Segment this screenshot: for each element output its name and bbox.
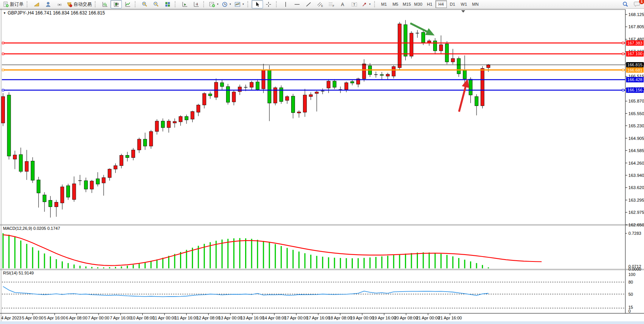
candlestick-series <box>2 20 490 218</box>
toolbar-grip <box>95 1 97 7</box>
crosshair-button[interactable] <box>263 0 274 8</box>
timeframe-d1[interactable]: D1 <box>447 0 458 8</box>
red-up-arrow[interactable] <box>459 81 467 112</box>
crosshair-icon <box>266 2 271 7</box>
svg-text:0: 0 <box>628 309 631 313</box>
auto-trading-button[interactable]: 自动交易 <box>65 0 93 8</box>
chart-shift-icon <box>193 2 199 7</box>
templates-button[interactable]: ▼ <box>233 0 246 8</box>
chart-title-bar[interactable]: ▼GBPJPY-,H4 166.741 166.834 166.632 166.… <box>3 10 105 16</box>
svg-text:0.0000: 0.0000 <box>628 267 641 271</box>
macd-label: MACD(12,26,9) 0.0205 0.1747 <box>3 226 60 231</box>
svg-text:166.681: 166.681 <box>627 68 642 72</box>
notification-badge: 1 <box>639 0 644 4</box>
trendline-tool[interactable] <box>303 0 314 8</box>
main-toolbar: 新订单 自动交易 <box>0 0 644 9</box>
svg-text:12 Apr 08:00: 12 Apr 08:00 <box>196 316 220 320</box>
chart-area[interactable]: 0.72830.07120.0000 1008050150 168.125167… <box>0 0 644 324</box>
timeframe-m30[interactable]: M30 <box>413 0 424 8</box>
text-tool[interactable]: A <box>337 0 349 8</box>
svg-text:167.383: 167.383 <box>627 41 642 45</box>
svg-text:21 Apr 00:00: 21 Apr 00:00 <box>416 316 440 320</box>
chevron-down-icon: ▼ <box>369 3 371 5</box>
ramp-icon <box>34 2 40 7</box>
rsi-pane: 1008050150 <box>2 272 635 313</box>
search-button[interactable] <box>620 0 631 8</box>
tile-windows-icon <box>165 2 171 7</box>
mt4-window: 新订单 自动交易 <box>0 0 644 324</box>
toolbar-grip <box>276 1 279 7</box>
svg-text:11 Apr 16:00: 11 Apr 16:00 <box>175 316 198 320</box>
svg-text:4 Apr 2023: 4 Apr 2023 <box>1 316 21 320</box>
timeframe-mn[interactable]: MN <box>470 0 481 8</box>
svg-text:13 Apr 16:00: 13 Apr 16:00 <box>241 316 264 320</box>
macd-pane: 0.72830.07120.0000 <box>3 231 641 271</box>
line-chart-icon <box>125 2 131 7</box>
clock-icon <box>222 2 228 7</box>
toolbar-grip <box>135 1 137 7</box>
svg-text:17 Apr 00:00: 17 Apr 00:00 <box>284 316 308 320</box>
svg-text:165.550: 165.550 <box>628 111 644 116</box>
zoom-out-button[interactable] <box>150 0 162 8</box>
chart-shift-button[interactable] <box>190 0 202 8</box>
svg-text:0.7283: 0.7283 <box>628 231 641 236</box>
svg-text:165.870: 165.870 <box>628 99 644 103</box>
symbol-dropdown-icon[interactable]: ▼ <box>3 11 6 15</box>
indicators-button[interactable]: ▼ <box>207 0 220 8</box>
candlestick-chart-button[interactable] <box>110 0 122 8</box>
chart-autoscroll-button[interactable] <box>179 0 190 8</box>
fibonacci-tool[interactable]: F <box>326 0 337 8</box>
svg-text:168.125: 168.125 <box>628 12 644 17</box>
add-indicator-icon <box>209 2 215 7</box>
new-order-button[interactable]: 新订单 <box>2 0 25 8</box>
svg-text:164.260: 164.260 <box>628 161 644 165</box>
green-down-arrow[interactable] <box>410 23 432 34</box>
svg-text:11 Apr 00:00: 11 Apr 00:00 <box>153 316 176 320</box>
chart-frame <box>0 9 644 324</box>
svg-text:164.905: 164.905 <box>628 136 644 141</box>
date-axis[interactable]: 4 Apr 20235 Apr 00:005 Apr 16:006 Apr 08… <box>1 313 462 320</box>
cursor-button[interactable] <box>252 0 263 8</box>
zoom-out-icon <box>153 1 159 7</box>
accounts-button[interactable] <box>42 0 54 8</box>
svg-text:20 Apr 08:00: 20 Apr 08:00 <box>394 316 418 320</box>
zoom-in-button[interactable] <box>139 0 150 8</box>
toolbar-grip <box>247 1 250 7</box>
svg-text:162.975: 162.975 <box>628 210 644 215</box>
arrows-tool[interactable]: ▼ <box>360 0 373 8</box>
autoscroll-icon <box>182 2 188 7</box>
bar-chart-icon <box>102 2 108 7</box>
vertical-line-tool[interactable] <box>280 0 292 8</box>
timeframe-h4[interactable]: H4 <box>435 0 447 8</box>
text-label-tool[interactable]: T <box>349 0 360 8</box>
signals-button[interactable] <box>54 0 65 8</box>
toolbar-grip <box>27 1 29 7</box>
periods-button[interactable]: ▼ <box>220 0 233 8</box>
svg-text:T: T <box>353 3 355 6</box>
timeframe-w1[interactable]: W1 <box>458 0 470 8</box>
history-center-button[interactable] <box>31 0 42 8</box>
arrow-shapes-icon <box>362 2 367 7</box>
timeframe-m15[interactable]: M15 <box>401 0 413 8</box>
price-axis[interactable]: 168.125167.805167.480167.160166.840166.5… <box>625 12 644 227</box>
svg-text:163.295: 163.295 <box>628 198 644 202</box>
svg-text:163.940: 163.940 <box>628 173 644 178</box>
timeframe-m5[interactable]: M5 <box>390 0 401 8</box>
cursor-icon <box>255 2 260 7</box>
svg-text:19 Apr 16:00: 19 Apr 16:00 <box>372 316 396 320</box>
tile-windows-button[interactable] <box>162 0 173 8</box>
timeframe-bar: M1M5M15M30H1H4D1W1MN <box>378 0 481 8</box>
line-chart-button[interactable] <box>122 0 133 8</box>
timeframe-m1[interactable]: M1 <box>378 0 390 8</box>
svg-text:166.428: 166.428 <box>627 77 642 82</box>
horizontal-line-tool[interactable] <box>292 0 303 8</box>
svg-text:7 Apr 16:00: 7 Apr 16:00 <box>110 316 131 320</box>
bar-chart-button[interactable] <box>99 0 110 8</box>
toolbar-grip <box>203 1 206 7</box>
channel-tool[interactable]: E <box>314 0 326 8</box>
notifications-button[interactable]: 1 <box>631 0 642 8</box>
timeframe-h1[interactable]: H1 <box>424 0 435 8</box>
horizontal-price-lines[interactable] <box>2 42 625 91</box>
channel-icon: E <box>317 2 323 7</box>
svg-text:164.585: 164.585 <box>628 148 644 153</box>
